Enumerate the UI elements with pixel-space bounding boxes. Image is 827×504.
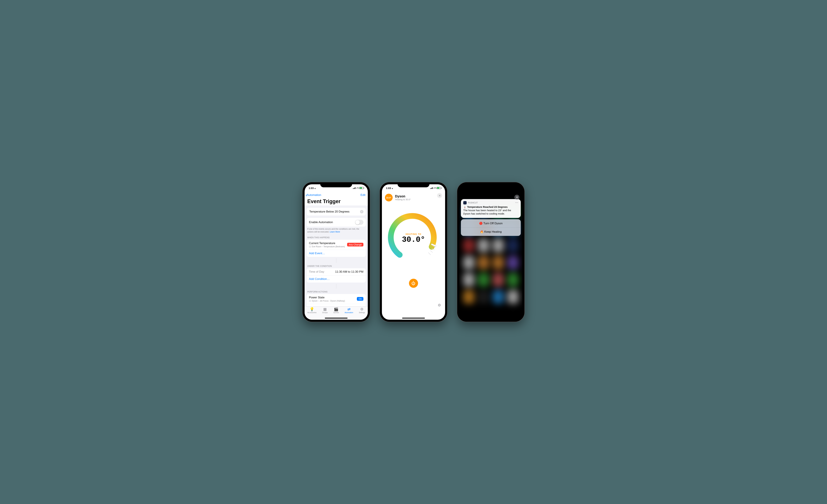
dial-label: HEATING TO — [405, 233, 422, 235]
screen-thermostat: 1:03 ✕ 22.0° Dyson Heating to 30.0° — [382, 184, 445, 320]
battery-icon — [359, 187, 364, 189]
settings-button[interactable]: ⚙ — [437, 303, 442, 308]
section-when-header: WHEN THIS HAPPENS — [304, 233, 368, 240]
phone-frame: 1:03 ✕ 22.0° Dyson Heating to 30.0° — [380, 182, 447, 322]
action-title: Power State — [309, 296, 357, 299]
location-icon — [314, 187, 316, 190]
device-icon — [309, 300, 311, 302]
back-label: Automation — [307, 193, 321, 197]
tab-automation[interactable]: ⇄Automation — [345, 307, 353, 313]
notification-header: PUSHCUT ••• — [463, 201, 519, 204]
enable-label: Enable Automation — [309, 220, 333, 224]
tab-accessories[interactable]: 💡Accessories — [307, 307, 317, 313]
tab-settings[interactable]: ⚙Settings — [359, 307, 365, 313]
edit-button[interactable]: Edit — [360, 193, 366, 197]
page-title: Event Trigger — [304, 198, 368, 205]
cellular-icon — [430, 187, 433, 190]
notch — [397, 182, 430, 187]
action-keep-heating[interactable]: 🔥 Keep Heating — [461, 228, 521, 236]
automation-icon: ⇄ — [347, 307, 350, 311]
sensor-icon — [309, 246, 311, 248]
tab-groups[interactable]: ▦Groups — [322, 307, 328, 313]
add-condition-button[interactable]: Add Condition… — [306, 275, 366, 283]
home-indicator[interactable] — [402, 318, 425, 318]
add-event-button[interactable]: Add Event… — [306, 250, 366, 257]
event-source: Eve Room – Temperature (Bedroom) — [312, 245, 345, 248]
section-actions-header: PERFORM ACTIONS — [304, 290, 368, 294]
tab-scenes[interactable]: 🎬Scenes — [333, 307, 339, 313]
device-status: Heating to 30.0° — [395, 198, 410, 201]
notification-card[interactable]: PUSHCUT ••• 🌡️ Temperature Reached 23 De… — [461, 199, 521, 218]
condition-row[interactable]: Time of Day 11:30 AM to 11:30 PM — [306, 268, 366, 275]
event-badge: Any Change — [347, 243, 363, 246]
lightbulb-icon: 💡 — [309, 307, 314, 311]
wifi-icon — [356, 187, 358, 190]
dismiss-button[interactable]: ✕ — [514, 195, 520, 200]
gear-icon: ⚙ — [360, 307, 363, 311]
learn-more-link[interactable]: Learn More — [330, 231, 340, 233]
phone-frame: 1:03 ‹ Automation Edit Event Trigger ✕ — [302, 182, 370, 322]
wifi-icon — [434, 187, 436, 190]
clear-text-icon[interactable]: ✕ — [360, 210, 363, 213]
enable-hint: If one of the events occurs and the cond… — [304, 226, 368, 233]
notification-actions: 🔴 Turn Off Dyson 🔥 Keep Heating — [461, 219, 521, 236]
enable-switch[interactable] — [355, 220, 363, 225]
more-icon[interactable]: ••• — [515, 202, 519, 204]
content-scroll[interactable]: ✕ Enable Automation If one of the events… — [304, 205, 368, 306]
status-time: 1:03 — [386, 187, 393, 190]
nav-bar: ‹ Automation Edit — [304, 192, 368, 198]
action-turn-off[interactable]: 🔴 Turn Off Dyson — [461, 219, 521, 228]
screen-notification: ✕ PUSHCUT ••• 🌡️ Temperature Reached 23 … — [459, 184, 523, 320]
thermostat-header: 22.0° Dyson Heating to 30.0° — [382, 192, 445, 201]
clapper-icon: 🎬 — [334, 307, 338, 311]
dial-readout: HEATING TO 30.0° — [387, 211, 440, 265]
action-source: Dyson – Jet Focus - Dyson (Hallway) — [312, 300, 345, 302]
gear-icon: ⚙ — [438, 303, 441, 307]
groups-icon: ▦ — [323, 307, 327, 311]
current-temp-badge: 22.0° — [385, 194, 393, 201]
notch — [320, 182, 352, 187]
action-heatercooler-row[interactable]: Target Heater Cooler State Dyson (Hallwa… — [306, 304, 366, 306]
condition-value: 11:30 AM to 11:30 PM — [335, 270, 363, 273]
condition-title: Time of Day — [309, 270, 335, 273]
notification-body: The house has been heated to 23° and the… — [463, 209, 519, 215]
status-right — [430, 187, 441, 190]
trigger-name-input[interactable] — [309, 210, 360, 213]
action-power-row[interactable]: Power State Dyson – Jet Focus - Dyson (H… — [306, 294, 366, 304]
action-badge: On — [357, 297, 363, 301]
phone-frame: ✕ PUSHCUT ••• 🌡️ Temperature Reached 23 … — [457, 182, 525, 322]
power-icon: ⏻ — [411, 281, 416, 286]
back-button[interactable]: ‹ Automation — [305, 193, 321, 198]
event-row[interactable]: Current Temperature Eve Room – Temperatu… — [306, 240, 366, 250]
power-button[interactable]: ⏻ — [409, 279, 418, 288]
dial-value: 30.0° — [402, 235, 425, 244]
notification-title: 🌡️ Temperature Reached 23 Degrees — [463, 205, 519, 208]
trigger-name-field[interactable]: ✕ — [306, 208, 366, 215]
status-right — [353, 187, 364, 190]
app-icon — [463, 201, 467, 204]
cellular-icon — [353, 187, 356, 190]
event-title: Current Temperature — [309, 242, 347, 245]
status-time: 1:03 — [308, 187, 316, 190]
thermostat-dial[interactable]: HEATING TO 30.0° — [387, 211, 440, 265]
device-name: Dyson — [395, 194, 410, 198]
notch — [475, 182, 507, 187]
app-name: PUSHCUT — [468, 202, 478, 204]
screen-automation: 1:03 ‹ Automation Edit Event Trigger ✕ — [304, 184, 368, 320]
enable-automation-row[interactable]: Enable Automation — [306, 218, 366, 226]
close-button[interactable]: ✕ — [437, 193, 442, 198]
section-condition-header: UNDER THE CONDITION — [304, 264, 368, 268]
home-indicator[interactable] — [325, 318, 348, 318]
battery-icon — [437, 187, 441, 189]
location-icon — [391, 187, 393, 190]
